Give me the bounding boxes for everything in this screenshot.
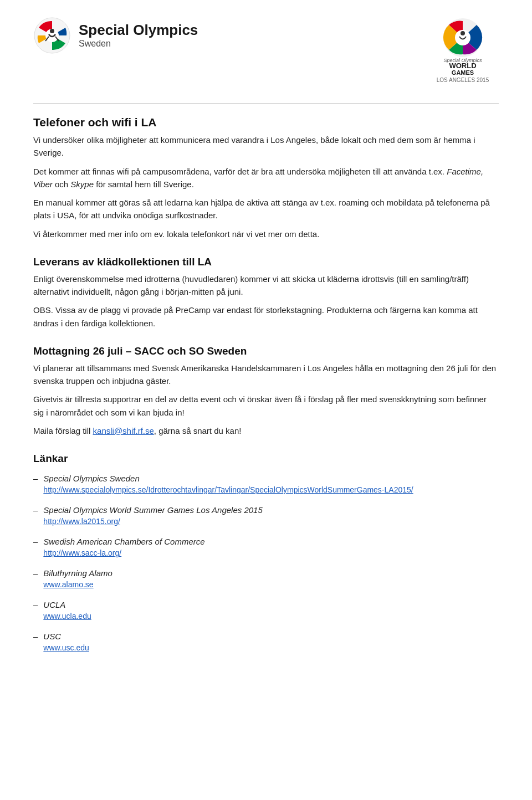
para-wifi-1: Vi undersöker olika möjligheter att komm… (33, 134, 499, 160)
para-wifi-4: Vi återkommer med mer info om ev. lokala… (33, 228, 499, 240)
world-games-location: LOS ANGELES 2015 (427, 77, 499, 83)
link-url-4[interactable]: www.alamo.se (43, 580, 112, 589)
svg-text:GAMES: GAMES (452, 69, 474, 76)
svg-point-2 (50, 29, 54, 33)
list-item: – Special Olympics Sweden http://www.spe… (33, 473, 499, 494)
list-dash: – (33, 599, 38, 611)
link-url-2[interactable]: http://www.la2015.org/ (43, 517, 262, 526)
section-heading-telefoner: Telefoner och wifi i LA (33, 116, 499, 129)
list-item: – Biluthyrning Alamo www.alamo.se (33, 567, 499, 589)
section-heading-mottagning: Mottagning 26 juli – SACC och SO Sweden (33, 345, 499, 357)
para-klad-1: Enligt överenskommelse med idrotterna (h… (33, 273, 499, 299)
para-klad-2: OBS. Vissa av de plagg vi provade på Pre… (33, 304, 499, 330)
links-heading: Länkar (33, 453, 499, 465)
main-content: Telefoner och wifi i LA Vi undersöker ol… (33, 116, 499, 652)
world-games-badge: Special Olympics WORLD GAMES LOS ANGELES… (427, 17, 499, 83)
logo-subtitle: Sweden (79, 39, 198, 49)
svg-point-8 (461, 31, 465, 35)
para-wifi-2: Det kommer att finnas wifi på campusområ… (33, 165, 499, 191)
link-label-1: Special Olympics Sweden (43, 473, 413, 484)
special-olympics-logo-icon (33, 17, 71, 54)
para-wifi-3: En manual kommer att göras så att ledarn… (33, 196, 499, 222)
link-url-5[interactable]: www.ucla.edu (43, 612, 91, 620)
para-mottagning-2: Givetvis är tillresta supportrar en del … (33, 393, 499, 419)
list-item: – UCLA www.ucla.edu (33, 599, 499, 620)
link-label-2: Special Olympics World Summer Games Los … (43, 504, 262, 516)
link-content-6: USC www.usc.edu (43, 630, 89, 652)
link-url-3[interactable]: http://www.sacc-la.org/ (43, 548, 204, 557)
link-url-6[interactable]: www.usc.edu (43, 643, 89, 652)
list-dash: – (33, 504, 38, 516)
link-content-4: Biluthyrning Alamo www.alamo.se (43, 567, 112, 589)
list-dash: – (33, 536, 38, 547)
logo-title: Special Olympics (79, 22, 198, 38)
link-label-6: USC (43, 630, 89, 642)
link-content-1: Special Olympics Sweden http://www.speci… (43, 473, 413, 494)
list-item: – USC www.usc.edu (33, 630, 499, 652)
link-content-3: Swedish American Chambers of Commerce ht… (43, 536, 204, 557)
list-item: – Special Olympics World Summer Games Lo… (33, 504, 499, 526)
link-label-5: UCLA (43, 599, 91, 611)
link-label-3: Swedish American Chambers of Commerce (43, 536, 204, 547)
link-content-5: UCLA www.ucla.edu (43, 599, 91, 620)
link-content-2: Special Olympics World Summer Games Los … (43, 504, 262, 526)
logo-left: Special Olympics Sweden (33, 17, 198, 54)
list-item: – Swedish American Chambers of Commerce … (33, 536, 499, 557)
page-header: Special Olympics Sweden (33, 17, 499, 83)
email-link[interactable]: kansli@shif.rf.se (93, 426, 154, 435)
para-mottagning-1: Vi planerar att tillsammans med Svensk A… (33, 362, 499, 388)
list-dash: – (33, 567, 38, 579)
para-mottagning-3: Maila förslag till kansli@shif.rf.se, gä… (33, 424, 499, 437)
logo-text: Special Olympics Sweden (79, 22, 198, 49)
list-dash: – (33, 630, 38, 642)
world-games-logo-svg: Special Olympics WORLD GAMES (427, 17, 499, 78)
link-label-4: Biluthyrning Alamo (43, 567, 112, 579)
link-url-1[interactable]: http://www.specialolympics.se/Idrotteroc… (43, 485, 413, 494)
section-heading-kladkollektionen: Leverans av klädkollektionen till LA (33, 256, 499, 268)
svg-text:WORLD: WORLD (449, 61, 476, 70)
header-divider (33, 103, 499, 104)
list-dash: – (33, 473, 38, 484)
links-section: Länkar – Special Olympics Sweden http://… (33, 453, 499, 652)
